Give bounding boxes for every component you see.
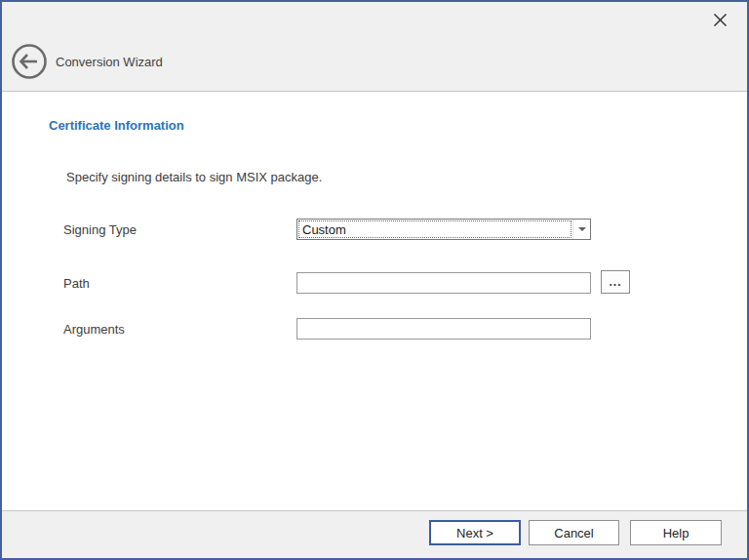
signing-type-label: Signing Type bbox=[63, 219, 137, 240]
conversion-wizard-dialog: Conversion Wizard Certificate Informatio… bbox=[0, 0, 749, 560]
back-button[interactable] bbox=[11, 43, 48, 80]
path-label: Path bbox=[63, 272, 90, 294]
wizard-header: Conversion Wizard bbox=[2, 2, 747, 92]
page-description: Specify signing details to sign MSIX pac… bbox=[66, 170, 322, 184]
browse-button[interactable]: ... bbox=[601, 270, 630, 294]
arrow-left-circle-icon bbox=[11, 68, 48, 83]
wizard-footer: Next > Cancel Help bbox=[2, 510, 747, 558]
close-button[interactable] bbox=[704, 6, 735, 37]
next-button[interactable]: Next > bbox=[429, 520, 521, 545]
signing-type-value: Custom bbox=[302, 220, 346, 239]
arguments-label: Arguments bbox=[63, 318, 125, 340]
combobox-dropdown-zone[interactable] bbox=[572, 220, 590, 239]
path-input[interactable] bbox=[296, 272, 591, 294]
signing-type-combobox[interactable]: Custom bbox=[296, 219, 591, 240]
chevron-down-icon bbox=[578, 227, 586, 231]
page-heading: Certificate Information bbox=[49, 118, 184, 133]
cancel-button[interactable]: Cancel bbox=[529, 520, 619, 545]
help-button[interactable]: Help bbox=[630, 520, 722, 545]
arguments-input[interactable] bbox=[296, 318, 591, 340]
wizard-title: Conversion Wizard bbox=[56, 43, 163, 80]
close-icon bbox=[713, 13, 728, 30]
